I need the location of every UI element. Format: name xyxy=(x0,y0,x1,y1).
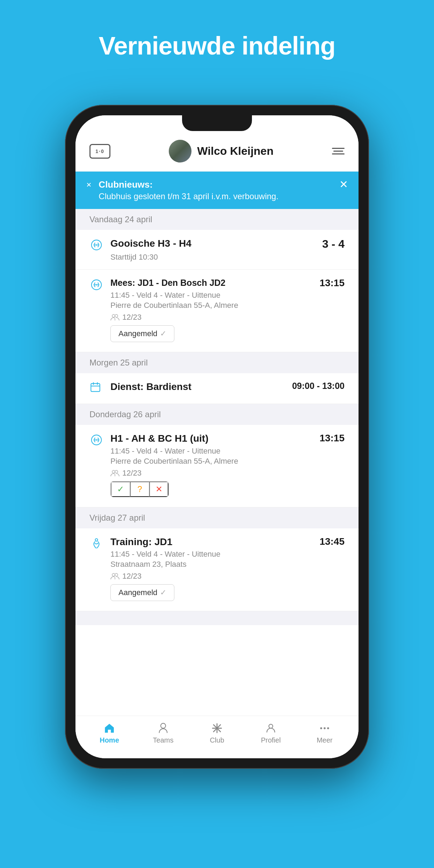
event-address-training: Straatnaam 23, Plaats xyxy=(110,560,345,569)
svg-point-2 xyxy=(112,314,115,317)
home-icon xyxy=(103,722,115,734)
nav-item-meer[interactable]: Meer xyxy=(307,722,342,744)
news-close-right-icon[interactable]: ✕ xyxy=(339,179,348,190)
event-address-mees: Pierre de Coubertinlaan 55-A, Almere xyxy=(110,301,345,310)
notch xyxy=(182,115,252,131)
match-icon-2 xyxy=(89,279,103,291)
nav-label-teams: Teams xyxy=(153,736,174,744)
header-center: Wilco Kleijnen xyxy=(169,140,273,162)
svg-point-21 xyxy=(327,727,329,729)
phone-screen: 1·0 Wilco Kleijnen + Clubnieuws: Clubhui… xyxy=(75,115,359,758)
aangemeld-button-training[interactable]: Aangemeld ✓ xyxy=(110,584,174,601)
event-body-mees: Mees: JD1 - Den Bosch JD2 13:15 11:45 - … xyxy=(110,277,345,342)
section-header-donderdag: Donderdag 26 april xyxy=(75,404,359,425)
response-buttons-h1: ✓ ? ✕ xyxy=(110,481,169,497)
event-title-mees: Mees: JD1 - Den Bosch JD2 xyxy=(110,277,225,288)
nav-label-profiel: Profiel xyxy=(261,736,281,744)
nav-item-teams[interactable]: Teams xyxy=(146,722,181,744)
respond-no-button[interactable]: ✕ xyxy=(149,482,168,497)
event-body-bardienst: Dienst: Bardienst 09:00 - 13:00 xyxy=(110,381,345,395)
event-body-h1: H1 - AH & BC H1 (uit) 13:15 11:45 - Veld… xyxy=(110,433,345,497)
section-header-vrijdag: Vrijdag 27 april xyxy=(75,507,359,528)
nav-item-home[interactable]: Home xyxy=(92,722,127,744)
event-title-h1: H1 - AH & BC H1 (uit) xyxy=(110,433,209,444)
phone-frame: 1·0 Wilco Kleijnen + Clubnieuws: Clubhui… xyxy=(65,105,369,769)
news-body: Clubhuis gesloten t/m 31 april i.v.m. ve… xyxy=(99,191,332,201)
event-time-mees: 13:15 xyxy=(319,277,345,289)
event-training: Training: JD1 13:45 11:45 - Veld 4 - Wat… xyxy=(75,528,359,612)
bottom-nav: Home Teams Club xyxy=(75,716,359,758)
svg-point-18 xyxy=(269,724,273,728)
svg-point-20 xyxy=(324,727,326,729)
nav-label-home: Home xyxy=(100,736,119,744)
event-participants-mees: 12/23 xyxy=(110,313,345,322)
match-icon-1 xyxy=(89,239,103,251)
svg-point-9 xyxy=(112,470,115,473)
event-gooische: Gooische H3 - H4 3 - 4 Starttijd 10:30 xyxy=(75,230,359,270)
section-header-vandaag: Vandaag 24 april xyxy=(75,209,359,230)
respond-yes-button[interactable]: ✓ xyxy=(111,482,130,497)
svg-point-10 xyxy=(115,470,118,473)
svg-point-19 xyxy=(320,727,322,729)
event-h1: H1 - AH & BC H1 (uit) 13:15 11:45 - Veld… xyxy=(75,425,359,507)
news-title: Clubnieuws: xyxy=(99,179,332,190)
nav-label-club: Club xyxy=(210,736,224,744)
teams-icon xyxy=(157,722,169,734)
section-header-morgen: Morgen 25 april xyxy=(75,352,359,373)
score-icon[interactable]: 1·0 xyxy=(89,144,110,159)
svg-rect-4 xyxy=(91,384,100,392)
event-title-bardienst: Dienst: Bardienst xyxy=(110,381,191,393)
event-mees: Mees: JD1 - Den Bosch JD2 13:15 11:45 - … xyxy=(75,270,359,352)
svg-point-13 xyxy=(115,573,118,576)
respond-maybe-button[interactable]: ? xyxy=(130,482,149,497)
event-sub-h1: 11:45 - Veld 4 - Water - Uittenue xyxy=(110,447,345,456)
dienst-icon xyxy=(89,382,103,396)
nav-item-profiel[interactable]: Profiel xyxy=(253,722,288,744)
svg-point-0 xyxy=(95,244,97,246)
news-banner: + Clubnieuws: Clubhuis gesloten t/m 31 a… xyxy=(75,172,359,209)
svg-point-8 xyxy=(95,439,97,441)
event-body-gooische: Gooische H3 - H4 3 - 4 Starttijd 10:30 xyxy=(110,238,345,262)
svg-point-12 xyxy=(112,573,115,576)
aangemeld-button-mees[interactable]: Aangemeld ✓ xyxy=(110,325,174,342)
score-icon-text: 1·0 xyxy=(95,149,104,154)
event-time-bardienst: 09:00 - 13:00 xyxy=(292,381,345,391)
nav-item-club[interactable]: Club xyxy=(200,722,234,744)
event-time-training: 13:45 xyxy=(319,536,345,547)
nav-label-meer: Meer xyxy=(317,736,333,744)
event-sub-training: 11:45 - Veld 4 - Water - Uittenue xyxy=(110,550,345,559)
event-bardienst: Dienst: Bardienst 09:00 - 13:00 xyxy=(75,373,359,404)
user-name: Wilco Kleijnen xyxy=(197,145,273,158)
event-start-gooische: Starttijd 10:30 xyxy=(110,253,345,262)
page-title: Vernieuwde indeling xyxy=(0,0,434,81)
club-icon xyxy=(211,722,223,734)
training-icon xyxy=(89,537,103,549)
event-body-training: Training: JD1 13:45 11:45 - Veld 4 - Wat… xyxy=(110,536,345,601)
svg-point-3 xyxy=(115,314,118,317)
event-participants-training: 12/23 xyxy=(110,572,345,581)
news-close-left-icon[interactable]: + xyxy=(83,179,94,190)
svg-point-1 xyxy=(95,284,97,286)
svg-point-11 xyxy=(95,538,97,541)
event-title-gooische: Gooische H3 - H4 xyxy=(110,238,191,249)
event-title-training: Training: JD1 xyxy=(110,536,172,548)
news-content: Clubnieuws: Clubhuis gesloten t/m 31 apr… xyxy=(99,179,332,201)
event-score-gooische: 3 - 4 xyxy=(322,238,345,251)
match-icon-3 xyxy=(89,434,103,446)
avatar[interactable] xyxy=(169,140,191,162)
event-sub-mees: 11:45 - Veld 4 - Water - Uittenue xyxy=(110,291,345,300)
app-content[interactable]: Vandaag 24 april Gooische H3 - H4 3 - 4 xyxy=(75,209,359,716)
event-address-h1: Pierre de Coubertinlaan 55-A, Almere xyxy=(110,457,345,466)
event-participants-h1: 12/23 xyxy=(110,469,345,478)
event-time-h1: 13:15 xyxy=(319,433,345,444)
filter-button[interactable] xyxy=(332,148,345,154)
meer-icon xyxy=(319,722,331,734)
profiel-icon xyxy=(265,722,277,734)
